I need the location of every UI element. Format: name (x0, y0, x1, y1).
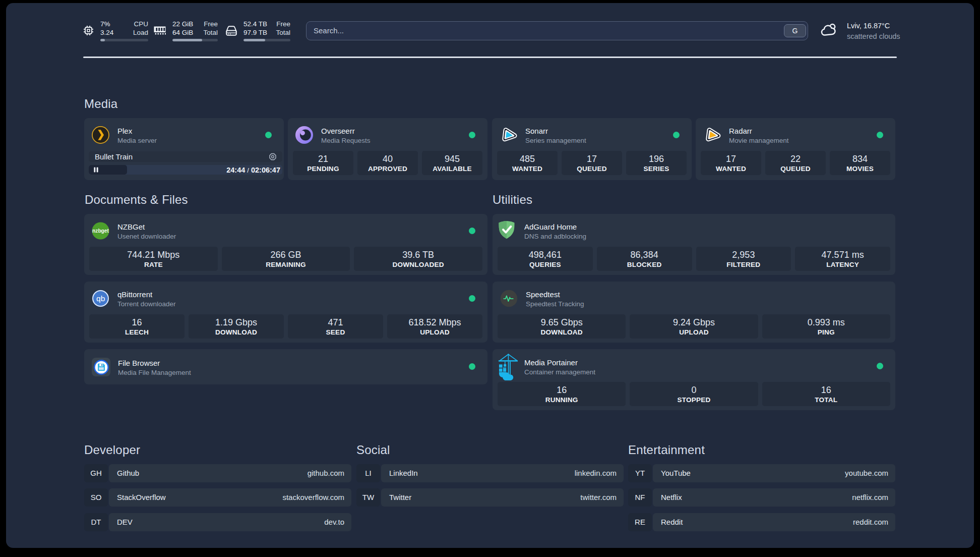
svg-text:qb: qb (96, 294, 105, 303)
svg-text:nzbget: nzbget (92, 228, 109, 234)
